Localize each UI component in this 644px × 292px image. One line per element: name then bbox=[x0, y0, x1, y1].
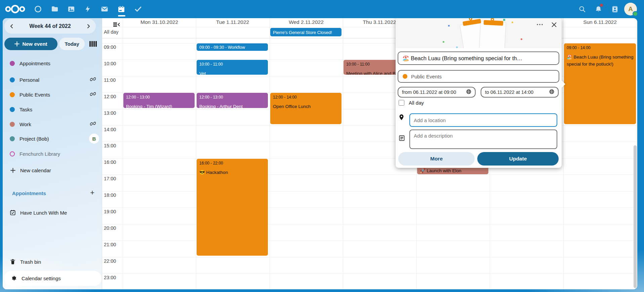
event-workflow-discussion[interactable]: 09:00 - 09:30 - Workflow Discussion bbox=[197, 43, 268, 51]
calendar-select-field[interactable]: Public Events bbox=[398, 70, 559, 83]
week-label: Week 44 of 2022 bbox=[29, 23, 71, 29]
time-label: 22:00 bbox=[104, 258, 121, 264]
time-label: 13:00 bbox=[104, 110, 121, 116]
next-week-button[interactable] bbox=[82, 19, 95, 34]
event-vet[interactable]: 10:00 - 11:00 Vet bbox=[197, 60, 268, 75]
files-icon[interactable] bbox=[47, 0, 62, 18]
event-booking-arthur-dent[interactable]: 12:00 - 13:00 Booking - Arthur Dent bbox=[197, 93, 268, 108]
view-columns-icon[interactable] bbox=[89, 40, 97, 47]
time-label: 21:00 bbox=[104, 242, 121, 247]
sidebar-calendar-fenchurch-library[interactable]: Fenchurch Library bbox=[3, 147, 102, 160]
description-input[interactable] bbox=[410, 130, 557, 148]
event-booking-tim[interactable]: 12:00 - 13:00 Booking - Tim (Wizard) bbox=[123, 93, 195, 108]
day-header-tue: Tue 1.11.2022 bbox=[196, 18, 269, 27]
calendar-settings-button[interactable]: Calendar settings bbox=[4, 271, 102, 286]
vertical-scrollbar[interactable] bbox=[634, 145, 637, 288]
start-datetime-field[interactable]: from 06.11.2022 at 09:00 bbox=[398, 87, 476, 98]
all-day-label: All day bbox=[409, 100, 424, 106]
appointments-heading: Appointments bbox=[12, 190, 46, 196]
sidebar-calendar-tasks[interactable]: Tasks bbox=[3, 103, 102, 116]
sidebar-calendar-appointments[interactable]: Appointments bbox=[3, 57, 102, 70]
tasks-icon[interactable] bbox=[131, 0, 146, 18]
time-label: 20:00 bbox=[104, 225, 121, 231]
dashboard-icon[interactable] bbox=[31, 0, 45, 18]
allday-event-pierres-store[interactable]: Pierre's General Store Closed! bbox=[270, 28, 341, 36]
update-button[interactable]: Update bbox=[477, 152, 559, 166]
user-avatar[interactable]: A bbox=[624, 3, 637, 15]
day-header-wed: Wed 2.11.2022 bbox=[270, 18, 343, 27]
time-label: 19:00 bbox=[104, 209, 121, 214]
time-label: 09:00 bbox=[104, 44, 121, 50]
event-open-office-lunch[interactable]: 12:00 - 14:00 Open Office Lunch bbox=[270, 93, 341, 124]
sidebar: Week 44 of 2022 New event Today Appointm… bbox=[3, 18, 102, 289]
time-label: 11:00 bbox=[104, 77, 121, 83]
calendar-check-icon bbox=[9, 210, 16, 216]
sidebar-calendar-work[interactable]: Work bbox=[3, 117, 102, 131]
avatar-letter: A bbox=[628, 5, 633, 13]
new-event-button[interactable]: New event bbox=[4, 38, 57, 50]
collapse-weekview-icon[interactable] bbox=[113, 23, 120, 27]
calendar-ring-dot bbox=[10, 151, 15, 156]
new-event-label: New event bbox=[22, 41, 47, 47]
trash-bin-button[interactable]: Trash bin bbox=[3, 255, 102, 268]
top-bar: A bbox=[0, 0, 644, 18]
time-label: 23:00 bbox=[104, 275, 121, 280]
location-field bbox=[409, 113, 557, 127]
location-input[interactable] bbox=[414, 117, 553, 123]
event-editor-popup: Public Events from 06.11.2022 at 09:00 t… bbox=[396, 17, 562, 168]
popup-arrow bbox=[561, 80, 565, 88]
timezone-globe-icon[interactable] bbox=[549, 89, 554, 96]
time-label: 17:00 bbox=[104, 176, 121, 181]
shared-link-icon[interactable] bbox=[90, 121, 96, 128]
sidebar-calendar-public-events[interactable]: Public Events bbox=[3, 88, 102, 101]
event-beach-luau[interactable]: 09:00 - 14:00 🏖️ Beach Luau (Bring somet… bbox=[564, 43, 636, 124]
time-label: 14:00 bbox=[104, 127, 121, 132]
all-day-checkbox[interactable] bbox=[399, 100, 404, 106]
trash-icon bbox=[9, 259, 16, 265]
sidebar-calendar-personal[interactable]: Personal bbox=[3, 73, 102, 86]
sidebar-calendar-project-bob[interactable]: Project (Bob) B bbox=[3, 132, 102, 145]
time-label: 16:00 bbox=[104, 159, 121, 165]
week-navigation: Week 44 of 2022 bbox=[4, 19, 96, 34]
gear-icon bbox=[11, 276, 17, 282]
shared-link-icon[interactable] bbox=[90, 76, 96, 83]
end-datetime-field[interactable]: to 06.11.2022 at 14:00 bbox=[481, 87, 559, 98]
notification-badge bbox=[600, 4, 603, 7]
new-calendar-button[interactable]: New calendar bbox=[3, 163, 102, 177]
more-button[interactable]: More bbox=[398, 152, 475, 166]
calendar-icon[interactable] bbox=[114, 0, 129, 18]
calendar-select-value: Public Events bbox=[411, 74, 442, 79]
plus-icon bbox=[9, 168, 16, 173]
calendar-color-dot bbox=[403, 74, 407, 79]
popup-more-options-icon[interactable] bbox=[535, 20, 545, 30]
add-appointment-button[interactable]: + bbox=[90, 189, 94, 196]
mail-icon[interactable] bbox=[97, 0, 112, 18]
search-icon[interactable] bbox=[575, 0, 590, 18]
today-button[interactable]: Today bbox=[59, 38, 85, 50]
appointment-item-have-lunch[interactable]: Have Lunch With Me bbox=[3, 206, 102, 219]
calendar-color-dot bbox=[10, 92, 15, 97]
event-title-input[interactable] bbox=[402, 55, 555, 62]
popup-close-icon[interactable] bbox=[549, 20, 559, 30]
shared-by-badge: B bbox=[89, 134, 99, 144]
time-label: 10:00 bbox=[104, 61, 121, 66]
all-day-row: All day bbox=[399, 100, 424, 106]
calendar-color-dot bbox=[10, 136, 15, 141]
timezone-globe-icon[interactable] bbox=[466, 89, 471, 96]
activity-icon[interactable] bbox=[80, 0, 95, 18]
event-hackathon[interactable]: 16:00 - 22:00 😎 Hackathon bbox=[197, 159, 268, 256]
previous-week-button[interactable] bbox=[5, 19, 18, 34]
photos-icon[interactable] bbox=[64, 0, 79, 18]
notifications-bell-icon[interactable] bbox=[591, 0, 606, 18]
shared-link-icon[interactable] bbox=[90, 91, 96, 98]
time-label: 12:00 bbox=[104, 94, 121, 99]
nextcloud-logo[interactable] bbox=[3, 0, 27, 18]
event-title-field[interactable] bbox=[398, 51, 559, 65]
online-status-dot bbox=[633, 11, 638, 16]
time-label: 15:00 bbox=[104, 143, 121, 148]
contacts-icon[interactable] bbox=[607, 0, 622, 18]
active-app-underline bbox=[118, 15, 125, 16]
calendar-color-dot bbox=[10, 107, 15, 112]
location-pin-icon bbox=[399, 114, 404, 122]
time-label: 18:00 bbox=[104, 192, 121, 198]
